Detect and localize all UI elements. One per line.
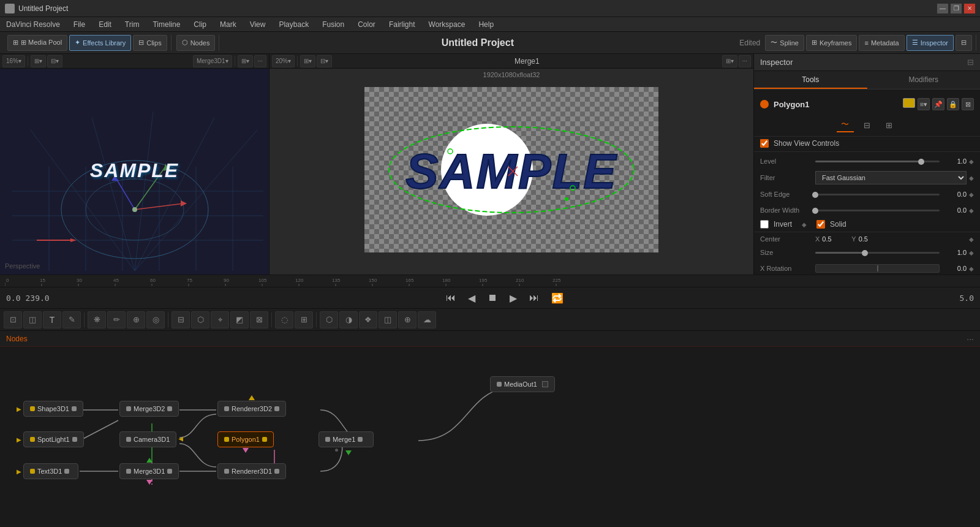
fx-particles[interactable]: ❋	[88, 311, 106, 328]
node-render-btn[interactable]: ⊠	[962, 98, 974, 110]
left-view-mode2[interactable]: ⊟▾	[47, 55, 62, 67]
left-node-selector[interactable]: Merge3D1▾	[193, 55, 232, 67]
node-camera3d1[interactable]: ▶ Camera3D1	[119, 431, 176, 447]
right-extras[interactable]: ···	[739, 55, 751, 67]
right-more[interactable]: ⊞▾	[722, 55, 737, 67]
fx-cloud[interactable]: ☁	[418, 311, 436, 328]
menu-view[interactable]: View	[247, 19, 268, 30]
menu-fairlight[interactable]: Fairlight	[386, 19, 418, 30]
node-pin-btn[interactable]: 📌	[932, 98, 944, 110]
menu-edit[interactable]: Edit	[96, 19, 114, 30]
left-more[interactable]: ⊞▾	[238, 55, 253, 67]
fx-3d5[interactable]: ⊕	[398, 311, 417, 328]
nodes-more-button[interactable]: ···	[967, 334, 974, 344]
fx-select[interactable]: ⊡	[4, 311, 22, 328]
menu-mark[interactable]: Mark	[217, 19, 239, 30]
fx-3d2[interactable]: ◑	[339, 311, 358, 328]
menu-timeline[interactable]: Timeline	[150, 19, 183, 30]
menu-clip[interactable]: Clip	[191, 19, 209, 30]
fx-wand[interactable]: ◌	[275, 311, 293, 328]
nodes-button[interactable]: ⬡ Nodes	[176, 35, 216, 51]
left-zoom-control[interactable]: 16%▾	[2, 55, 25, 67]
size-control[interactable]: 1.0	[815, 249, 967, 256]
fx-bspline[interactable]: ◩	[230, 311, 249, 328]
fx-bezier[interactable]: ⌖	[211, 311, 229, 328]
filter-keyframe[interactable]: ◆	[969, 175, 974, 181]
fx-3d3[interactable]: ❖	[359, 311, 377, 328]
menu-davinci[interactable]: DaVinci Resolve	[4, 19, 62, 30]
node-merge3d2[interactable]: Merge3D2	[119, 401, 179, 417]
tab-modifiers[interactable]: Modifiers	[867, 71, 981, 89]
left-view-mode[interactable]: ⊞▾	[31, 55, 46, 67]
loop-button[interactable]: 🔁	[548, 291, 567, 305]
x-rotation-slider[interactable]	[815, 264, 940, 273]
level-control[interactable]: 1.0	[815, 157, 967, 165]
border-width-control[interactable]: 0.0	[815, 207, 967, 214]
fx-drop[interactable]: ◎	[146, 311, 165, 328]
grid-icon-btn[interactable]: ⊞	[881, 118, 898, 132]
go-to-end-button[interactable]: ⏭	[526, 291, 543, 305]
fx-3d1[interactable]: ⬡	[320, 311, 338, 328]
solid-checkbox[interactable]	[816, 220, 825, 229]
expand-button[interactable]: ⊟	[956, 35, 972, 51]
current-frame[interactable]: 5.0	[960, 294, 974, 303]
effects-library-button[interactable]: ✦ Effects Library	[69, 35, 131, 51]
menu-fusion[interactable]: Fusion	[320, 19, 347, 30]
inspector-expand-icon[interactable]: ⊟	[967, 58, 974, 67]
right-view-mode2[interactable]: ⊟▾	[317, 55, 332, 67]
menu-help[interactable]: Help	[476, 19, 496, 30]
left-extras[interactable]: ···	[254, 55, 266, 67]
fx-pen[interactable]: ✏	[107, 311, 126, 328]
menu-playback[interactable]: Playback	[276, 19, 311, 30]
menu-trim[interactable]: Trim	[123, 19, 142, 30]
fx-color-correction[interactable]: ⊕	[127, 311, 145, 328]
invert-checkbox[interactable]	[760, 220, 769, 229]
fx-text[interactable]: T	[43, 311, 61, 328]
node-settings-btn[interactable]: ≡▾	[918, 98, 930, 110]
level-keyframe[interactable]: ◆	[969, 158, 974, 165]
image-icon-btn[interactable]: ⊟	[859, 118, 876, 132]
soft-edge-control[interactable]: 0.0	[815, 191, 967, 198]
node-renderer3d2[interactable]: Renderer3D2	[217, 401, 286, 417]
media-pool-button[interactable]: ⊞ ⊞ Media Pool	[7, 35, 67, 51]
border-width-keyframe[interactable]: ◆	[969, 207, 974, 214]
metadata-button[interactable]: ≡ Metadata	[859, 35, 904, 51]
filter-dropdown[interactable]: Fast Gaussian	[815, 171, 967, 184]
size-keyframe[interactable]: ◆	[969, 249, 974, 256]
spline-button[interactable]: 〜 Spline	[765, 35, 804, 51]
fx-polygon[interactable]: ⬡	[191, 311, 209, 328]
node-merge1[interactable]: Merge1	[318, 431, 374, 447]
node-renderer3d1[interactable]: Renderer3D1	[217, 463, 286, 479]
right-zoom-control[interactable]: 20%▾	[272, 55, 295, 67]
menu-file[interactable]: File	[71, 19, 88, 30]
time-duration[interactable]: 239.0	[25, 294, 49, 303]
menu-color[interactable]: Color	[355, 19, 378, 30]
keyframes-button[interactable]: ⊞ Keyframes	[806, 35, 858, 51]
invert-keyframe[interactable]: ◆	[802, 221, 807, 228]
inspector-button[interactable]: ☰ Inspector	[907, 35, 954, 51]
stop-button[interactable]: ⏹	[484, 291, 501, 305]
x-rotation-control[interactable]: 0.0	[815, 264, 967, 273]
node-color-swatch[interactable]	[903, 98, 915, 108]
clips-button[interactable]: ⊟ Clips	[133, 35, 167, 51]
close-button[interactable]: ✕	[964, 4, 975, 13]
show-view-controls-checkbox[interactable]	[760, 139, 769, 148]
center-keyframe[interactable]: ◆	[969, 236, 974, 243]
fx-3d4[interactable]: ◫	[379, 311, 397, 328]
fx-bitmask[interactable]: ⊠	[250, 311, 268, 328]
maximize-button[interactable]: ❐	[951, 4, 962, 13]
fx-paint[interactable]: ✎	[62, 311, 81, 328]
time-start[interactable]: 0.0	[6, 294, 20, 303]
node-spotlight1[interactable]: ▶ SpotLight1	[23, 431, 84, 447]
node-shape3d1[interactable]: ▶ Shape3D1	[23, 401, 83, 417]
fx-gradient[interactable]: ⊞	[295, 311, 313, 328]
fx-transform[interactable]: ◫	[23, 311, 42, 328]
node-mediaout1[interactable]: MediaOut1	[490, 376, 555, 392]
tab-tools[interactable]: Tools	[754, 71, 867, 89]
node-merge3d1[interactable]: Merge3D1	[119, 463, 179, 479]
menu-workspace[interactable]: Workspace	[426, 19, 468, 30]
x-rotation-keyframe[interactable]: ◆	[969, 265, 974, 272]
node-text3d1[interactable]: ▶ Text3D1	[23, 463, 78, 479]
play-backward-button[interactable]: ◀	[464, 291, 479, 305]
node-polygon1[interactable]: Polygon1	[217, 431, 274, 447]
